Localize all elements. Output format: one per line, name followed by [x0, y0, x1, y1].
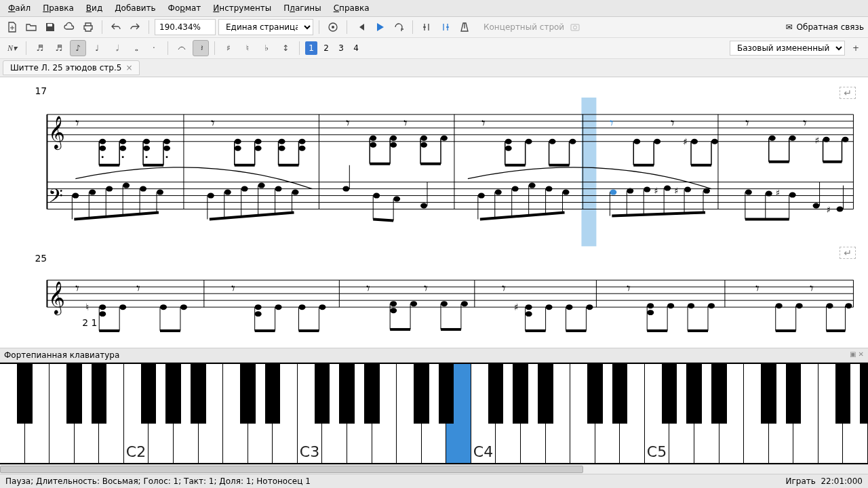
system-break-icon[interactable]: ↵ — [840, 87, 856, 99]
flip-icon[interactable]: ↕ — [277, 40, 294, 56]
horizontal-scrollbar[interactable] — [0, 464, 868, 474]
zoom-input[interactable] — [155, 19, 216, 35]
feedback-link[interactable]: ✉ Обратная связь — [786, 22, 864, 32]
panel-controls[interactable]: ▣ ✕ — [850, 350, 864, 360]
svg-point-95 — [711, 139, 718, 144]
black-key[interactable] — [339, 364, 355, 424]
page-mode-select[interactable]: Единая страница — [218, 19, 313, 35]
menu-plugins[interactable]: Плагины — [278, 1, 326, 15]
menu-add[interactable]: Добавить — [109, 1, 161, 15]
image-capture-icon[interactable] — [325, 19, 341, 35]
concert-pitch-label[interactable]: Концертный строй — [484, 22, 564, 32]
cloud-icon[interactable] — [61, 19, 77, 35]
menu-format[interactable]: Формат — [163, 1, 207, 15]
svg-point-36 — [163, 146, 170, 151]
loop-icon[interactable] — [391, 19, 407, 35]
svg-point-223 — [319, 304, 326, 310]
black-key[interactable] — [686, 364, 702, 424]
duration-half-icon[interactable]: 𝅗𝅥 — [108, 40, 124, 56]
rest-icon[interactable]: 𝄽 — [193, 40, 209, 56]
camera-icon[interactable] — [567, 19, 583, 35]
menu-tools[interactable]: Инструменты — [208, 1, 277, 15]
save-icon[interactable] — [42, 19, 58, 35]
rewind-icon[interactable] — [353, 19, 369, 35]
natural-icon[interactable]: ♮ — [239, 40, 256, 56]
flat-icon[interactable]: ♭ — [258, 40, 275, 56]
svg-text:♯: ♯ — [674, 186, 678, 196]
svg-point-137 — [342, 186, 349, 192]
svg-point-259 — [688, 303, 694, 308]
black-key[interactable] — [191, 364, 206, 424]
voice-3-button[interactable]: 3 — [335, 41, 347, 55]
print-icon[interactable] — [80, 19, 96, 35]
svg-point-88 — [654, 139, 660, 144]
black-key[interactable] — [165, 364, 181, 424]
duration-16th-icon[interactable]: ♬ — [51, 40, 67, 56]
sharp-icon[interactable]: ♯ — [220, 40, 237, 56]
svg-point-113 — [106, 186, 113, 192]
menu-edit[interactable]: Правка — [37, 1, 79, 15]
black-key[interactable] — [240, 364, 256, 424]
black-key[interactable] — [662, 364, 677, 424]
metronome-icon[interactable] — [456, 19, 473, 35]
add-workspace-icon[interactable]: + — [848, 40, 864, 56]
key-label: C2 — [126, 443, 146, 460]
close-icon[interactable]: × — [125, 63, 132, 73]
piano-panel-title: Фортепианная клавиатура — [4, 350, 119, 360]
tie-icon[interactable] — [174, 40, 190, 56]
undo-icon[interactable] — [108, 19, 124, 35]
duration-8th-icon[interactable]: ♪ — [70, 40, 86, 56]
loop-in-icon[interactable] — [418, 19, 435, 35]
black-key[interactable] — [315, 364, 330, 424]
voice-2-button[interactable]: 2 — [320, 41, 332, 55]
black-key[interactable] — [439, 364, 454, 424]
black-key[interactable] — [761, 364, 776, 424]
score-canvas[interactable]: ↵ ↵ 17 𝄞 𝄢 𝄾 — [0, 77, 868, 348]
duration-quarter-icon[interactable]: ♩ — [89, 40, 105, 56]
menu-file[interactable]: Файл — [3, 1, 36, 15]
svg-point-82 — [570, 139, 576, 144]
black-key[interactable] — [513, 364, 528, 424]
note-input-mode-icon[interactable]: N▾ — [4, 40, 20, 56]
svg-text:𝄾: 𝄾 — [424, 285, 428, 291]
svg-rect-2 — [571, 24, 579, 30]
svg-point-106 — [823, 137, 830, 142]
redo-icon[interactable] — [127, 19, 143, 35]
duration-32nd-icon[interactable]: ♬ — [32, 40, 48, 56]
voice-4-button[interactable]: 4 — [350, 41, 362, 55]
black-key[interactable] — [786, 364, 802, 424]
svg-point-203 — [99, 311, 106, 317]
menu-view[interactable]: Вид — [81, 1, 108, 15]
svg-text:𝄾: 𝄾 — [745, 120, 749, 126]
open-file-icon[interactable] — [23, 19, 39, 35]
black-key[interactable] — [860, 364, 868, 424]
black-key[interactable] — [414, 364, 429, 424]
black-key[interactable] — [835, 364, 851, 424]
new-file-icon[interactable] — [4, 19, 20, 35]
duration-dot-icon[interactable]: · — [146, 40, 162, 56]
menu-help[interactable]: Справка — [328, 1, 375, 15]
black-key[interactable] — [17, 364, 33, 424]
piano-keyboard[interactable]: C2C3C4C5 — [0, 363, 868, 464]
black-key[interactable] — [92, 364, 107, 424]
black-key[interactable] — [538, 364, 553, 424]
black-key[interactable] — [141, 364, 157, 424]
workspace-select[interactable]: Базовый измененный — [730, 41, 845, 56]
measure-number: 25 — [35, 253, 47, 264]
system-break-icon[interactable]: ↵ — [840, 247, 856, 259]
black-key[interactable] — [711, 364, 727, 424]
document-tab[interactable]: Шитте Л. 25 этюдов стр.5 × — [3, 60, 140, 75]
black-key[interactable] — [587, 364, 603, 424]
black-key[interactable] — [66, 364, 82, 424]
black-key[interactable] — [265, 364, 281, 424]
voice-1-button[interactable]: 1 — [305, 41, 317, 55]
black-key[interactable] — [364, 364, 380, 424]
svg-text:𝄾: 𝄾 — [136, 285, 140, 291]
black-key[interactable] — [488, 364, 504, 424]
duration-whole-icon[interactable]: 𝅝 — [127, 40, 143, 56]
black-key[interactable] — [612, 364, 628, 424]
svg-point-209 — [160, 304, 167, 310]
play-icon[interactable] — [372, 19, 388, 35]
svg-point-129 — [292, 190, 299, 195]
loop-out-icon[interactable] — [437, 19, 454, 35]
